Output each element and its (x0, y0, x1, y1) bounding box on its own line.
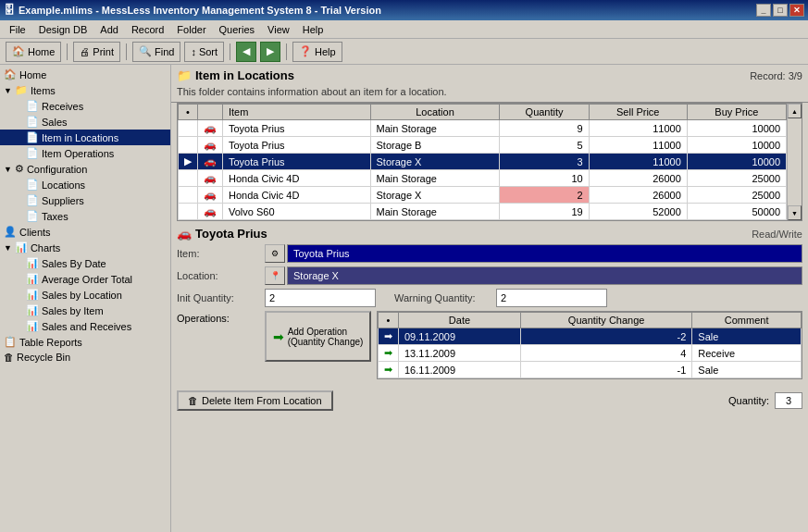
row-item: Toyota Prius (223, 137, 371, 154)
ops-col-dot: • (379, 313, 399, 328)
ops-col-date[interactable]: Date (399, 313, 521, 328)
sidebar-label-sales-by-location: Sales by Location (42, 290, 122, 301)
sales-loc-icon: 📊 (26, 289, 39, 301)
sidebar-item-receives[interactable]: 📄 Receives (0, 98, 170, 114)
col-buy-price[interactable]: Buy Price (687, 105, 786, 120)
ops-table-row[interactable]: ➡16.11.2009-1Sale (379, 362, 802, 378)
ops-col-comment[interactable]: Comment (692, 313, 802, 328)
operations-area: Operations: ➡ Add Operation (Quantity Ch… (177, 311, 802, 379)
sidebar-item-taxes[interactable]: 📄 Taxes (0, 208, 170, 224)
row-buy-price: 10000 (687, 120, 786, 137)
find-icon: 🔍 (139, 45, 152, 57)
sidebar-item-sales-and-receives[interactable]: 📊 Sales and Receives (0, 318, 170, 334)
sidebar-item-recycle-bin[interactable]: 🗑 Recycle Bin (0, 350, 170, 365)
qty-fields-row: Init Quantity: 2 Warning Quantity: 2 (177, 289, 802, 307)
row-dot (179, 204, 198, 220)
nav-back-icon: ◀ (242, 45, 250, 57)
print-button[interactable]: 🖨 Print (73, 42, 120, 62)
menu-designdb[interactable]: Design DB (33, 22, 93, 37)
close-btn[interactable]: ✕ (789, 4, 804, 17)
col-sell-price[interactable]: Sell Price (589, 105, 687, 120)
sidebar-item-suppliers[interactable]: 📄 Suppliers (0, 192, 170, 208)
row-quantity: 9 (500, 120, 589, 137)
table-row[interactable]: 🚗Honda Civic 4DStorage X22600025000 (179, 187, 787, 204)
sidebar-item-home[interactable]: 🏠 Home (0, 67, 170, 82)
sidebar-label-avg-order: Average Order Total (42, 274, 132, 285)
col-location[interactable]: Location (370, 105, 500, 120)
sidebar-item-item-in-locations[interactable]: 📄 Item in Locations (0, 130, 170, 145)
init-qty-value[interactable]: 2 (265, 289, 376, 307)
menu-view[interactable]: View (262, 22, 295, 37)
sidebar-item-table-reports[interactable]: 📋 Table Reports (0, 334, 170, 350)
table-row[interactable]: ▶🚗Toyota PriusStorage X31100010000 (179, 154, 787, 170)
find-button[interactable]: 🔍 Find (132, 42, 180, 62)
ops-table-row[interactable]: ➡09.11.2009-2Sale (379, 328, 802, 345)
operations-table-container[interactable]: • Date Quantity Change Comment ➡09.11.20… (377, 311, 802, 379)
row-sell-price: 26000 (589, 170, 687, 187)
col-dot: • (179, 105, 198, 120)
table-scrollbar[interactable]: ▲ ▼ (787, 104, 802, 220)
help-button[interactable]: ❓ Help (292, 42, 342, 62)
ops-row-dot: ➡ (379, 345, 399, 362)
nav-fwd-button[interactable]: ▶ (260, 42, 280, 62)
minimize-btn[interactable]: _ (756, 4, 771, 17)
col-quantity[interactable]: Quantity (500, 105, 589, 120)
sidebar-item-items[interactable]: ▼ 📁 Items (0, 82, 170, 98)
title-text: Example.mlims - MessLess Inventory Manag… (19, 5, 381, 16)
sidebar: 🏠 Home ▼ 📁 Items 📄 Receives 📄 Sales 📄 It… (0, 65, 171, 532)
table-row[interactable]: 🚗Toyota PriusMain Storage91100010000 (179, 120, 787, 137)
scroll-up-btn[interactable]: ▲ (788, 104, 802, 118)
table-row[interactable]: 🚗Honda Civic 4DMain Storage102600025000 (179, 170, 787, 187)
ops-col-qty[interactable]: Quantity Change (520, 313, 691, 328)
menu-folder[interactable]: Folder (171, 22, 211, 37)
table-row[interactable]: 🚗Volvo S60Main Storage195200050000 (179, 204, 787, 220)
sidebar-item-sales[interactable]: 📄 Sales (0, 114, 170, 130)
table-row[interactable]: 🚗Toyota PriusStorage B51100010000 (179, 137, 787, 154)
sidebar-item-locations[interactable]: 📄 Locations (0, 177, 170, 192)
home-button[interactable]: 🏠 Home (6, 42, 61, 62)
print-icon: 🖨 (80, 46, 90, 57)
sales-icon: 📄 (26, 116, 39, 128)
delete-item-button[interactable]: 🗑 Delete Item From Location (177, 390, 333, 411)
menu-queries[interactable]: Queries (214, 22, 261, 37)
sidebar-item-sales-by-item[interactable]: 📊 Sales by Item (0, 303, 170, 318)
expand-items-icon: ▼ (4, 86, 12, 95)
items-table-container[interactable]: • Item Location Quantity Sell Price Buy … (178, 104, 787, 220)
maximize-btn[interactable]: □ (773, 4, 788, 17)
sort-button[interactable]: ↕ Sort (184, 42, 224, 62)
row-icon: 🚗 (198, 170, 223, 187)
row-location: Storage X (370, 187, 500, 204)
sidebar-item-charts[interactable]: ▼ 📊 Charts (0, 240, 170, 255)
sidebar-label-sales-by-date: Sales By Date (42, 258, 106, 269)
menu-record[interactable]: Record (126, 22, 169, 37)
location-field-row: Location: 📍 Storage X (177, 266, 802, 285)
row-item: Volvo S60 (223, 204, 371, 220)
menu-add[interactable]: Add (94, 22, 124, 37)
ops-table-row[interactable]: ➡13.11.20094Receive (379, 345, 802, 362)
menu-help[interactable]: Help (297, 22, 329, 37)
col-item[interactable]: Item (223, 105, 371, 120)
items-table: • Item Location Quantity Sell Price Buy … (178, 104, 787, 220)
sidebar-item-item-operations[interactable]: 📄 Item Operations (0, 145, 170, 161)
scroll-down-btn[interactable]: ▼ (788, 205, 802, 220)
menu-file[interactable]: File (4, 22, 31, 37)
add-operation-button[interactable]: ➡ Add Operation (Quantity Change) (265, 311, 371, 362)
ops-row-date: 16.11.2009 (399, 362, 521, 378)
sidebar-item-configuration[interactable]: ▼ ⚙ Configuration (0, 161, 170, 177)
sidebar-item-avg-order[interactable]: 📊 Average Order Total (0, 271, 170, 287)
recycle-icon: 🗑 (4, 352, 14, 363)
sidebar-item-sales-by-date[interactable]: 📊 Sales By Date (0, 255, 170, 271)
sales-by-date-icon: 📊 (26, 257, 39, 269)
sidebar-label-items: Items (31, 85, 56, 96)
warning-qty-value[interactable]: 2 (496, 289, 607, 307)
avg-order-icon: 📊 (26, 273, 39, 285)
item-field-row: Item: ⚙ Toyota Prius (177, 244, 802, 263)
row-icon: 🚗 (198, 154, 223, 170)
sidebar-item-clients[interactable]: 👤 Clients (0, 224, 170, 240)
sidebar-item-sales-by-location[interactable]: 📊 Sales by Location (0, 287, 170, 303)
nav-back-button[interactable]: ◀ (236, 42, 256, 62)
sidebar-label-taxes: Taxes (42, 211, 68, 222)
row-quantity: 19 (500, 204, 589, 220)
ops-row-qty: -2 (520, 328, 691, 345)
home-tree-icon: 🏠 (4, 68, 17, 80)
